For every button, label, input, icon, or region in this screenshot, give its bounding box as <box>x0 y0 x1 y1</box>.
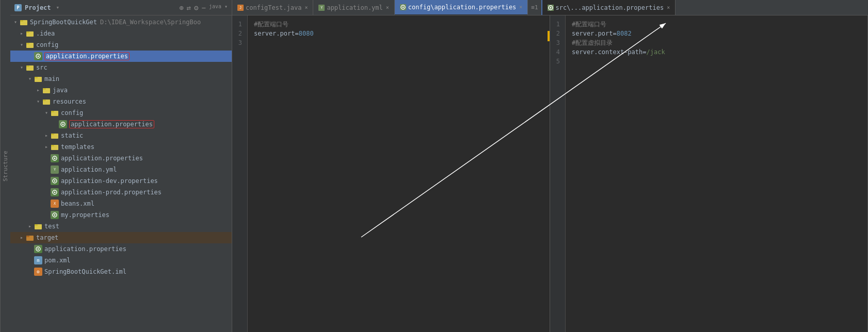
left-code-lines[interactable]: #配置端口号 server.port=8080 <box>248 15 550 332</box>
src-label: src <box>36 64 47 71</box>
left-code-line-2: server.port=8080 <box>254 29 543 38</box>
tab-config-app-props[interactable]: config\application.properties × <box>395 0 528 15</box>
sidebar-item-resources-config[interactable]: config <box>10 107 232 119</box>
appyml-tab-icon: Y <box>318 5 325 11</box>
sidebar-item-beans-xml[interactable]: X beans.xml <box>10 198 232 209</box>
svg-rect-23 <box>51 145 54 146</box>
sidebar-item-app-props[interactable]: application.properties <box>10 153 232 164</box>
right-line-num-4: 4 <box>550 47 562 57</box>
sidebar-item-app-dev-props[interactable]: application-dev.properties <box>10 175 232 187</box>
sidebar-item-target[interactable]: target <box>10 232 232 243</box>
res-app-props-icon <box>59 120 67 128</box>
tree-root[interactable]: SpringBootQuickGet D:\IDEA_Workspace\Spr… <box>10 16 232 28</box>
config-app-props-tab-icon <box>400 4 406 10</box>
sidebar-item-java[interactable]: java <box>10 85 232 96</box>
add-btn[interactable]: ⊕ <box>179 4 183 12</box>
structure-label: Structure <box>2 151 9 181</box>
sidebar-item-test[interactable]: test <box>10 221 232 232</box>
tab-src-app-props[interactable]: src\...application.properties × <box>541 0 676 15</box>
static-arrow <box>43 132 50 139</box>
sidebar-item-target-app-props[interactable]: application.properties <box>10 243 232 255</box>
beans-xml-label: beans.xml <box>61 200 94 207</box>
minus-btn[interactable]: − <box>201 4 205 12</box>
target-label: target <box>36 234 58 241</box>
right-value-2: /jack <box>647 48 665 56</box>
sidebar-item-resources[interactable]: resources <box>10 96 232 107</box>
settings-btn[interactable]: ⚙ <box>194 4 198 12</box>
sidebar-item-my-props[interactable]: my.properties <box>10 209 232 221</box>
tab-configtest[interactable]: J configTest.java × <box>232 0 313 15</box>
left-comment-1: #配置端口号 <box>254 21 288 28</box>
resources-config-label: config <box>61 109 83 117</box>
line-num-1: 1 <box>232 20 244 29</box>
app-dev-props-icon <box>51 177 59 185</box>
sidebar-item-config-app-props[interactable]: application.properties <box>10 51 232 62</box>
tab-overflow[interactable]: ≡1 <box>528 4 541 11</box>
configtest-tab-label: configTest.java <box>246 4 301 11</box>
templates-folder-icon <box>51 143 59 151</box>
svg-rect-21 <box>51 134 54 135</box>
target-folder-icon <box>26 234 34 242</box>
sidebar-item-pom-xml[interactable]: m pom.xml <box>10 255 232 266</box>
target-app-props-label: application.properties <box>44 245 126 253</box>
svg-rect-1 <box>20 20 23 22</box>
config-folder-icon <box>26 41 34 49</box>
sidebar-item-main[interactable]: main <box>10 73 232 85</box>
sidebar-actions: ⊕ ⇄ ⚙ − java ▾ <box>179 4 228 12</box>
right-code-lines[interactable]: #配置端口号 server.port=8082 #配置虚拟目录 server.c… <box>566 15 867 332</box>
java-arrow <box>35 87 41 93</box>
right-code-line-4: server.context-path=/jack <box>572 47 861 57</box>
sidebar-item-config[interactable]: config <box>10 39 232 51</box>
svg-point-31 <box>54 214 56 216</box>
sidebar-item-idea[interactable]: .idea <box>10 28 232 39</box>
static-folder-icon <box>51 131 59 140</box>
main-arrow <box>27 76 33 82</box>
sidebar-item-spring-iml[interactable]: ⚙ SpringBootQuickGet.iml <box>10 266 232 277</box>
svg-rect-13 <box>43 88 46 90</box>
src-app-props-tab-close[interactable]: × <box>667 5 670 10</box>
app-dev-props-label: application-dev.properties <box>61 177 158 185</box>
appyml-tab-close[interactable]: × <box>386 5 389 10</box>
right-line-num-2: 2 <box>550 29 562 38</box>
spring-iml-icon: ⚙ <box>34 268 42 276</box>
svg-rect-3 <box>26 31 29 33</box>
svg-point-7 <box>38 56 39 57</box>
config-app-props-tab-close[interactable]: × <box>519 4 522 10</box>
right-comment-1: #配置端口号 <box>572 21 606 28</box>
java-btn[interactable]: java ▾ <box>209 4 228 12</box>
config-app-props-tab-label: config\application.properties <box>408 4 517 11</box>
svg-point-37 <box>38 248 39 250</box>
svg-point-25 <box>54 158 56 159</box>
right-code-line-2: server.port=8082 <box>572 29 861 38</box>
java-label: java <box>53 87 68 94</box>
test-arrow <box>27 223 33 229</box>
sync-btn[interactable]: ⇄ <box>187 4 191 12</box>
target-app-props-icon <box>34 245 42 253</box>
app-props-icon <box>51 154 59 162</box>
sidebar-item-src[interactable]: src <box>10 62 232 73</box>
configtest-tab-close[interactable]: × <box>304 5 308 10</box>
svg-point-27 <box>54 180 56 182</box>
right-line-numbers: 1 2 3 4 5 <box>550 15 566 332</box>
sidebar-item-resources-app-props[interactable]: application.properties <box>10 119 232 130</box>
editor-area: J configTest.java × Y application.yml × … <box>232 0 868 332</box>
app-prod-props-icon <box>51 188 59 196</box>
my-props-icon <box>51 211 59 219</box>
tab-bar: J configTest.java × Y application.yml × … <box>232 0 868 15</box>
src-app-props-tab-icon <box>548 5 554 11</box>
resources-folder-icon <box>42 97 51 106</box>
right-editor-content: 1 2 3 4 5 #配置端口号 server.port=8082 #配置虚拟目… <box>550 15 867 332</box>
sidebar-item-app-yml[interactable]: Y application.yml <box>10 164 232 175</box>
sidebar-title: Project <box>25 4 51 11</box>
test-folder-icon <box>34 222 42 230</box>
structure-panel-tab[interactable]: Structure <box>0 0 10 332</box>
svg-rect-9 <box>26 65 29 67</box>
sidebar-item-app-prod-props[interactable]: application-prod.properties <box>10 187 232 198</box>
dropdown-arrow[interactable]: ▾ <box>56 4 60 11</box>
tab-appyml[interactable]: Y application.yml × <box>313 0 394 15</box>
sidebar-item-static[interactable]: static <box>10 130 232 141</box>
sidebar-item-templates[interactable]: templates <box>10 141 232 153</box>
left-editor-content: 1 2 3 #配置端口号 server.port=8080 <box>232 15 550 332</box>
config-app-props-icon <box>34 52 42 60</box>
right-code-line-5 <box>572 57 861 66</box>
